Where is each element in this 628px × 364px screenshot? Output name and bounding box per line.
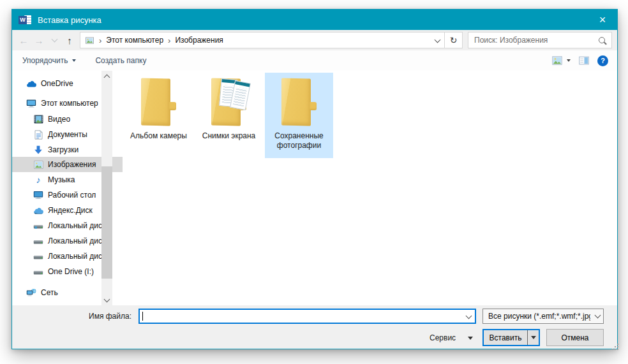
insert-split-button: Вставить xyxy=(482,329,540,346)
refresh-button[interactable]: ↻ xyxy=(445,32,463,48)
insert-dropdown-button[interactable] xyxy=(527,330,539,345)
refresh-icon: ↻ xyxy=(450,35,458,45)
dialog-footer: Имя файла: Все рисунки (*.emf;*.wmf;*.jp… xyxy=(12,305,617,349)
back-button[interactable]: ← xyxy=(16,32,31,48)
sidebar-scrollbar[interactable] xyxy=(101,71,112,305)
file-name-label: Имя файла: xyxy=(89,312,131,321)
chevron-down-icon xyxy=(465,312,472,319)
forward-button[interactable]: → xyxy=(31,32,47,48)
word-app-icon: W xyxy=(19,15,32,25)
breadcrumb-separator: › xyxy=(168,36,170,45)
resize-grip[interactable] xyxy=(612,344,613,345)
scroll-down-button[interactable] xyxy=(101,295,112,305)
download-arrow-icon xyxy=(33,145,43,155)
help-button[interactable]: ? xyxy=(597,55,608,66)
chevron-down-icon xyxy=(531,336,536,339)
chevron-down-icon xyxy=(595,312,601,319)
help-icon: ? xyxy=(601,57,605,64)
command-bar: Упорядочить Создать папку ? xyxy=(12,50,617,71)
disk-icon xyxy=(33,266,43,277)
breadcrumb-separator: › xyxy=(99,36,101,45)
main-area: OneDrive Этот компьютер Видео Документы … xyxy=(12,71,617,305)
chevron-down-icon xyxy=(434,36,440,43)
up-icon: ↑ xyxy=(67,35,72,46)
preview-pane-button[interactable] xyxy=(579,55,589,66)
folder-icon xyxy=(275,76,324,129)
folder-tile-saved-photos[interactable]: Сохраненные фотографии xyxy=(265,73,333,158)
folder-icon xyxy=(135,76,183,129)
folder-tile-screenshots[interactable]: Снимки экрана xyxy=(195,73,263,158)
sidebar-item-onedrive[interactable]: OneDrive xyxy=(12,76,116,91)
desktop-icon xyxy=(33,190,43,200)
cloud-icon xyxy=(26,78,36,89)
breadcrumb-pictures[interactable]: Изображения xyxy=(175,36,223,45)
close-icon: × xyxy=(599,13,606,27)
text-caret xyxy=(142,312,143,321)
breadcrumb-this-pc[interactable]: Этот компьютер xyxy=(106,36,163,45)
pictures-icon xyxy=(33,159,43,170)
folder-tile-camera-album[interactable]: Альбом камеры xyxy=(124,73,193,158)
up-button[interactable]: ↑ xyxy=(62,32,77,48)
file-name-dropdown-button[interactable] xyxy=(462,315,475,318)
video-icon xyxy=(33,114,43,124)
search-icon xyxy=(599,37,605,43)
titlebar: W Вставка рисунка × xyxy=(12,10,617,30)
pictures-icon xyxy=(84,35,94,45)
file-name-input[interactable] xyxy=(140,310,462,323)
forward-icon: → xyxy=(34,35,44,46)
thumbnail-view-icon xyxy=(552,55,562,66)
address-dropdown-button[interactable] xyxy=(430,33,444,48)
sidebar-item-network[interactable]: Сеть xyxy=(12,285,116,300)
cancel-button[interactable]: Отмена xyxy=(546,329,604,346)
disk-icon xyxy=(33,236,43,246)
insert-picture-dialog: W Вставка рисунка × ← → ↑ › Этот компьют… xyxy=(11,9,618,349)
music-note-icon: ♪ xyxy=(33,175,43,185)
close-button[interactable]: × xyxy=(588,10,617,30)
disk-windows-icon xyxy=(33,221,43,231)
chevron-down-icon xyxy=(72,59,76,62)
document-icon xyxy=(33,129,43,140)
disk-icon xyxy=(33,251,43,261)
sidebar-item-this-pc[interactable]: Этот компьютер xyxy=(12,96,116,111)
search-input[interactable] xyxy=(473,35,599,45)
network-icon xyxy=(26,288,36,298)
insert-button[interactable]: Вставить xyxy=(484,330,527,345)
scroll-up-button[interactable] xyxy=(101,71,112,82)
window-title: Вставка рисунка xyxy=(38,15,101,25)
scrollbar-thumb[interactable] xyxy=(101,166,112,279)
folder-icon-with-preview xyxy=(205,76,253,129)
chevron-down-icon xyxy=(468,337,473,340)
tools-button[interactable]: Сервис xyxy=(426,330,477,346)
computer-icon xyxy=(26,98,36,108)
views-button[interactable] xyxy=(552,55,571,66)
chevron-down-icon xyxy=(104,296,110,302)
address-bar: ← → ↑ › Этот компьютер › Изображения ↻ xyxy=(12,30,617,50)
organize-button[interactable]: Упорядочить xyxy=(22,56,76,65)
chevron-up-icon xyxy=(104,74,110,80)
file-list: Альбом камеры Снимки экрана Сохраненные … xyxy=(124,73,333,158)
chevron-down-icon xyxy=(51,36,57,43)
recent-locations-button[interactable] xyxy=(47,32,62,48)
chevron-down-icon xyxy=(567,59,571,62)
back-icon: ← xyxy=(19,35,29,46)
file-name-combobox xyxy=(138,309,476,324)
search-box xyxy=(468,32,612,48)
new-folder-button[interactable]: Создать папку xyxy=(95,56,146,65)
breadcrumb: › Этот компьютер › Изображения xyxy=(80,32,445,48)
yandex-cloud-icon xyxy=(33,205,43,215)
file-type-select[interactable]: Все рисунки (*.emf;*.wmf;*.jpg xyxy=(482,309,604,324)
